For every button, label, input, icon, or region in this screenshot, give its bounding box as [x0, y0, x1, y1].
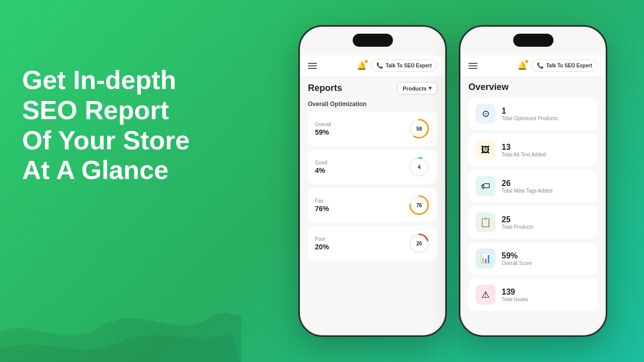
overview-cards: ⊙ 1 Total Optimized Products 🖼 13 Total …: [461, 98, 605, 311]
screen-title-row: Reports Products ▾: [308, 82, 437, 95]
chevron-down-icon: ▾: [429, 85, 432, 92]
reports-title: Reports: [308, 83, 342, 94]
opt-card: Overall 59% 59: [308, 112, 437, 146]
phone1-header: 🔔 📞 Talk To SEO Expert: [301, 55, 444, 76]
header-right: 🔔 📞 Talk To SEO Expert: [357, 59, 437, 72]
overview-title: Overview: [461, 76, 605, 98]
opt-card-value: 76%: [315, 205, 329, 213]
overview-icon: 📋: [480, 217, 491, 228]
phone2-bell-badge: [525, 59, 529, 63]
overview-card: 🖼 13 Total Alt-Text Added: [468, 134, 598, 166]
overview-card-label: Total Alt-Text Added: [502, 152, 546, 157]
phone2-header: 🔔 📞 Talk To SEO Expert: [461, 55, 605, 76]
overview-card-label: Total Optimized Products: [502, 116, 557, 121]
opt-card: Fair 76% 76: [308, 188, 437, 222]
overview-card-num: 139: [502, 287, 528, 297]
overview-icon: 📊: [480, 253, 491, 264]
bell-badge: [364, 59, 368, 63]
phone2-talk-btn-label: Talk To SEO Expert: [546, 63, 592, 68]
circle-progress: 76: [408, 194, 430, 216]
hero-text: Get In-depth SEO Report Of Your Store At…: [22, 65, 190, 186]
section-subtitle: Overall Optimization: [308, 101, 437, 108]
overview-card-num: 1: [502, 106, 557, 116]
dropdown-label: Products: [403, 85, 427, 92]
phone2-dynamic-island: [513, 34, 553, 47]
overview-card: 📊 59% Overall Score: [468, 242, 598, 275]
overview-icon-wrap: 📋: [475, 212, 496, 232]
phone1: 🔔 📞 Talk To SEO Expert Reports: [298, 25, 447, 337]
wave-decoration: [0, 211, 242, 362]
opt-card-label: Poor: [315, 236, 329, 242]
hero-line4: At A Glance: [22, 155, 169, 185]
phone2-inner: 🔔 📞 Talk To SEO Expert Overview ⊙: [461, 28, 605, 334]
overview-icon: 🏷: [481, 181, 490, 192]
overview-card-content: 139 Total Issues: [502, 287, 528, 302]
opt-card-info: Overall 59%: [315, 122, 331, 136]
talk-seo-btn-phone2[interactable]: 📞 Talk To SEO Expert: [531, 59, 598, 72]
overview-card-label: Total Products: [502, 224, 533, 230]
overview-card-num: 26: [502, 178, 552, 188]
opt-card-label: Good: [315, 160, 327, 165]
circle-progress: 20: [408, 232, 430, 254]
phone2: 🔔 📞 Talk To SEO Expert Overview ⊙: [459, 25, 607, 337]
overview-card-num: 59%: [502, 251, 532, 260]
overview-icon: ⚠: [481, 289, 490, 300]
overview-card-label: Total Issues: [502, 297, 528, 302]
circle-num: 59: [416, 126, 422, 132]
phone2-header-right: 🔔 📞 Talk To SEO Expert: [517, 59, 598, 72]
overview-card-content: 13 Total Alt-Text Added: [502, 142, 546, 157]
overview-card-content: 25 Total Products: [502, 215, 533, 230]
overview-card-label: Total Meta Tags Added: [502, 188, 552, 194]
overview-icon: ⊙: [482, 108, 490, 119]
opt-card-info: Good 4%: [315, 160, 327, 174]
overview-card-num: 25: [502, 215, 533, 224]
opt-card: Good 4% 4: [308, 150, 437, 184]
opt-card-label: Overall: [315, 122, 331, 127]
opt-card-value: 59%: [315, 128, 331, 136]
hero-line3: Of Your Store: [22, 126, 190, 155]
talk-btn-label: Talk To SEO Expert: [386, 63, 432, 68]
overview-card: ⚠ 139 Total Issues: [468, 279, 598, 311]
phones-container: 🔔 📞 Talk To SEO Expert Reports: [262, 0, 644, 362]
phone1-dynamic-island: [353, 34, 393, 47]
circle-num: 20: [416, 241, 422, 246]
opt-card-value: 20%: [315, 243, 329, 251]
circle-progress: 4: [408, 156, 430, 178]
hamburger-icon[interactable]: [308, 63, 317, 69]
overview-card-content: 1 Total Optimized Products: [502, 106, 557, 121]
overview-icon-wrap: 🖼: [475, 140, 496, 160]
overview-icon-wrap: ⊙: [475, 104, 496, 124]
hero-line2: SEO Report: [22, 96, 169, 125]
overview-icon: 🖼: [481, 145, 490, 155]
overview-icon-wrap: ⚠: [475, 285, 496, 305]
opt-card-value: 4%: [315, 166, 327, 174]
optimization-cards: Overall 59% 59 Good 4% 4 Fair 76%: [308, 112, 437, 260]
overview-card-content: 26 Total Meta Tags Added: [502, 178, 552, 194]
bell-icon[interactable]: 🔔: [357, 61, 367, 70]
overview-card: 🏷 26 Total Meta Tags Added: [468, 170, 598, 202]
overview-card: ⊙ 1 Total Optimized Products: [468, 98, 598, 130]
phone2-phone-icon: 📞: [537, 62, 544, 69]
circle-progress: 59: [408, 118, 430, 140]
phone1-screen-content: Reports Products ▾ Overall Optimization …: [301, 76, 444, 270]
phone1-screen: 🔔 📞 Talk To SEO Expert Reports: [301, 28, 444, 334]
phone2-hamburger-icon[interactable]: [468, 63, 477, 69]
talk-seo-btn-phone1[interactable]: 📞 Talk To SEO Expert: [371, 59, 437, 72]
overview-card-label: Overall Score: [502, 260, 532, 266]
opt-card-label: Fair: [315, 198, 329, 204]
opt-card: Poor 20% 20: [308, 226, 437, 260]
overview-card: 📋 25 Total Products: [468, 206, 598, 238]
opt-card-info: Fair 76%: [315, 198, 329, 213]
overview-icon-wrap: 🏷: [475, 176, 496, 196]
hero-line1: Get In-depth: [22, 65, 176, 95]
circle-num: 76: [416, 203, 422, 208]
overview-icon-wrap: 📊: [475, 248, 496, 268]
products-dropdown[interactable]: Products ▾: [397, 82, 437, 95]
phone-icon: 📞: [376, 62, 383, 69]
phone2-screen: 🔔 📞 Talk To SEO Expert Overview ⊙: [461, 28, 605, 334]
circle-num: 4: [418, 164, 421, 170]
opt-card-info: Poor 20%: [315, 236, 329, 251]
overview-card-content: 59% Overall Score: [502, 251, 532, 266]
overview-card-num: 13: [502, 142, 546, 152]
phone2-bell-icon[interactable]: 🔔: [517, 61, 527, 70]
